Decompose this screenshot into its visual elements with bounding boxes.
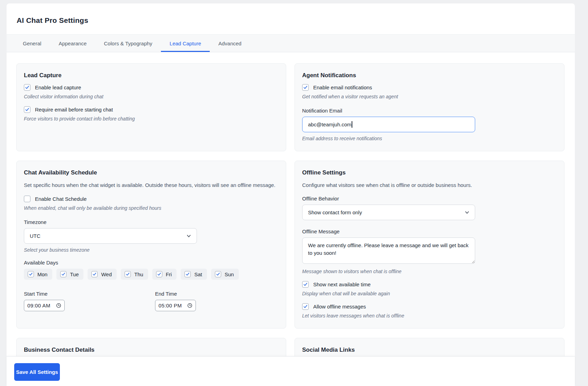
- checkbox-show-next-available-time[interactable]: Show next available time: [302, 281, 557, 288]
- checkbox-icon[interactable]: [302, 281, 309, 288]
- panel-title: Chat Availability Schedule: [24, 169, 279, 176]
- help-text: Display when chat will be available agai…: [302, 291, 557, 296]
- settings-tabs: General Appearance Colors & Typography L…: [7, 34, 575, 52]
- checkbox-icon[interactable]: [91, 271, 98, 277]
- check-icon: [61, 272, 65, 276]
- day-label: Mon: [37, 271, 47, 277]
- check-icon: [186, 272, 190, 276]
- checkbox-icon[interactable]: [24, 106, 30, 113]
- day-label: Wed: [101, 271, 112, 277]
- help-text: Get notified when a visitor requests an …: [302, 94, 557, 99]
- checkbox-label: Show next available time: [313, 281, 371, 287]
- panel-title: Offline Settings: [302, 169, 557, 176]
- chevron-down-icon: [464, 210, 470, 215]
- clock-icon[interactable]: [56, 303, 61, 308]
- offline-behavior-select[interactable]: Show contact form only: [302, 205, 475, 220]
- start-time-input[interactable]: 09:00 AM: [24, 300, 65, 311]
- panel-agent-notifications: Agent Notifications Enable email notific…: [295, 63, 564, 151]
- check-icon: [25, 85, 29, 90]
- tab-general[interactable]: General: [14, 35, 50, 52]
- check-icon: [157, 272, 161, 276]
- day-pill-thu[interactable]: Thu: [121, 269, 148, 280]
- checkbox-icon[interactable]: [60, 271, 66, 277]
- check-icon: [29, 272, 33, 276]
- available-days-label: Available Days: [24, 260, 279, 266]
- offline-message-textarea[interactable]: We are currently offline. Please leave a…: [302, 237, 475, 264]
- help-text: When enabled, chat will only be availabl…: [24, 205, 279, 211]
- text-cursor: [352, 121, 352, 128]
- save-bar: Save All Settings: [7, 356, 575, 386]
- check-icon: [126, 272, 130, 276]
- notification-email-label: Notification Email: [302, 108, 557, 114]
- end-time-field: End Time 05:00 PM: [155, 282, 279, 311]
- checkbox-icon[interactable]: [125, 271, 131, 277]
- check-icon: [303, 304, 308, 309]
- check-icon: [303, 282, 308, 287]
- start-time-label: Start Time: [24, 291, 155, 297]
- offline-behavior-label: Offline Behavior: [302, 196, 557, 201]
- day-pill-mon[interactable]: Mon: [24, 269, 52, 280]
- checkbox-icon[interactable]: [156, 271, 162, 277]
- checkbox-icon[interactable]: [184, 271, 191, 277]
- panel-offline-settings: Offline Settings Configure what visitors…: [295, 161, 564, 329]
- checkbox-icon[interactable]: [24, 196, 30, 202]
- checkbox-enable-email-notifications[interactable]: Enable email notifications: [302, 84, 557, 91]
- day-label: Sat: [194, 271, 202, 277]
- checkbox-allow-offline-messages[interactable]: Allow offline messages: [302, 303, 557, 310]
- day-label: Sun: [225, 271, 234, 277]
- time-range: Start Time 09:00 AM End Time 05:00 PM: [24, 282, 279, 311]
- timezone-select[interactable]: UTC: [24, 228, 197, 244]
- help-text: Email address to receive notifications: [302, 136, 557, 141]
- panel-title: Business Contact Details: [24, 347, 279, 353]
- panel-chat-availability-schedule: Chat Availability Schedule Set specific …: [16, 161, 286, 329]
- start-time-field: Start Time 09:00 AM: [24, 282, 155, 311]
- checkbox-icon[interactable]: [302, 84, 309, 91]
- day-pill-tue[interactable]: Tue: [56, 269, 83, 280]
- panel-title: Agent Notifications: [302, 72, 557, 79]
- checkbox-icon[interactable]: [215, 271, 221, 277]
- checkbox-require-email[interactable]: Require email before starting chat: [24, 106, 279, 113]
- end-time-input[interactable]: 05:00 PM: [155, 300, 196, 311]
- check-icon: [303, 85, 308, 90]
- help-text: Collect visitor information during chat: [24, 94, 279, 99]
- day-label: Tue: [70, 271, 79, 277]
- checkbox-enable-chat-schedule[interactable]: Enable Chat Schedule: [24, 196, 279, 202]
- help-text: Select your business timezone: [24, 247, 279, 253]
- end-time-label: End Time: [155, 291, 279, 297]
- tab-colors-typography[interactable]: Colors & Typography: [95, 35, 161, 52]
- checkbox-enable-lead-capture[interactable]: Enable lead capture: [24, 84, 279, 91]
- checkbox-label: Enable lead capture: [35, 84, 81, 90]
- checkbox-icon[interactable]: [24, 84, 30, 91]
- chevron-down-icon: [186, 233, 191, 239]
- checkbox-label: Require email before starting chat: [35, 107, 113, 113]
- day-label: Thu: [134, 271, 143, 277]
- day-pill-fri[interactable]: Fri: [152, 269, 177, 280]
- clock-icon[interactable]: [187, 303, 192, 308]
- tab-lead-capture[interactable]: Lead Capture: [161, 35, 210, 52]
- timezone-label: Timezone: [24, 219, 279, 225]
- save-all-settings-button[interactable]: Save All Settings: [14, 363, 60, 381]
- tab-advanced[interactable]: Advanced: [210, 35, 250, 52]
- panel-title: Lead Capture: [24, 72, 279, 79]
- panel-lead-capture: Lead Capture Enable lead capture Collect…: [16, 63, 286, 151]
- panel-description: Configure what visitors see when chat is…: [302, 181, 557, 189]
- time-value: 09:00 AM: [27, 303, 51, 308]
- input-value: abc@teamjuh.com: [308, 122, 351, 127]
- checkbox-icon[interactable]: [28, 271, 34, 277]
- select-value: UTC: [30, 233, 40, 239]
- checkbox-icon[interactable]: [302, 303, 309, 310]
- day-pill-sun[interactable]: Sun: [211, 269, 239, 280]
- help-text: Let visitors leave messages when chat is…: [302, 313, 557, 318]
- card-header: AI Chat Pro Settings: [7, 3, 575, 34]
- page-title: AI Chat Pro Settings: [17, 16, 564, 25]
- day-pill-sat[interactable]: Sat: [181, 269, 207, 280]
- notification-email-input[interactable]: abc@teamjuh.com: [302, 117, 475, 132]
- day-label: Fri: [166, 271, 172, 277]
- checkbox-label: Allow offline messages: [313, 304, 366, 309]
- settings-content: Lead Capture Enable lead capture Collect…: [7, 52, 575, 386]
- day-pill-wed[interactable]: Wed: [88, 269, 117, 280]
- tab-appearance[interactable]: Appearance: [50, 35, 95, 52]
- check-icon: [25, 107, 29, 112]
- check-icon: [216, 272, 220, 276]
- available-days-group: Mon Tue Wed Thu: [24, 269, 279, 280]
